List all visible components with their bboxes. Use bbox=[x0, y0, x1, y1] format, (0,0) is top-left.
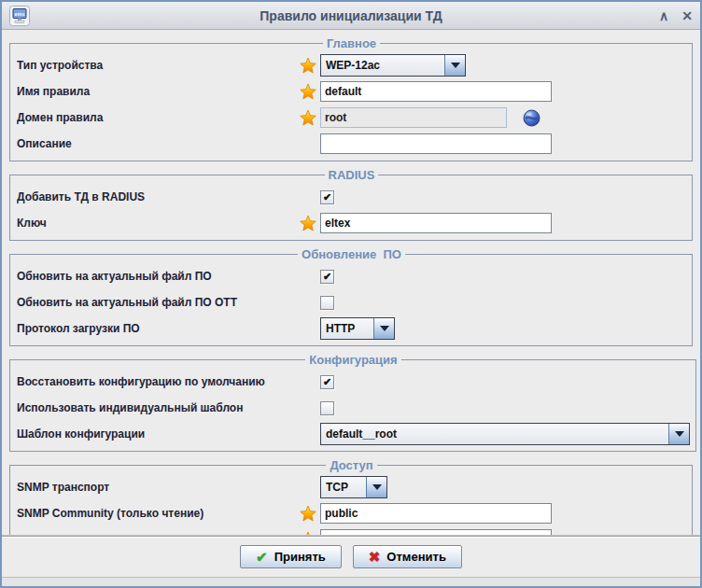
form-row-radius-key: Ключ bbox=[17, 210, 686, 236]
description-label: Описание bbox=[17, 137, 300, 150]
cancel-button-label: Отменить bbox=[386, 550, 446, 564]
radius-key-input[interactable] bbox=[320, 213, 552, 233]
form-row-rule-name: Имя правила bbox=[17, 78, 686, 105]
add-to-radius-checkbox[interactable]: ✔ bbox=[320, 190, 334, 204]
required-star-icon bbox=[300, 505, 316, 522]
form-row-update-firmware: Обновить на актуальный файл ПО ✔ bbox=[17, 263, 686, 289]
check-icon: ✔ bbox=[323, 272, 331, 282]
snmp-community-ro-input[interactable] bbox=[320, 503, 552, 524]
restore-default-config-checkbox[interactable]: ✔ bbox=[320, 375, 334, 389]
individual-template-label: Использовать индивидуальный шаблон bbox=[17, 401, 300, 414]
accept-button-label: Принять bbox=[274, 550, 326, 564]
description-input[interactable] bbox=[320, 133, 552, 154]
firmware-protocol-label: Протокол загрузки ПО bbox=[17, 322, 300, 335]
rule-domain-label: Домен правила bbox=[17, 111, 300, 124]
update-firmware-ott-label: Обновить на актуальный файл ПО ОТТ bbox=[17, 296, 300, 309]
close-button[interactable]: ✕ bbox=[681, 7, 693, 25]
form-row-individual-template: Использовать индивидуальный шаблон ✔ bbox=[17, 395, 690, 421]
section-radius-legend: RADIUS bbox=[325, 168, 379, 182]
rule-domain-input bbox=[320, 107, 507, 128]
check-icon: ✔ bbox=[323, 377, 331, 387]
form-row-restore-default-config: Восстановить конфигурацию по умолчанию ✔ bbox=[17, 369, 690, 395]
rule-name-label: Имя правила bbox=[17, 85, 300, 98]
device-type-label: Тип устройства bbox=[17, 59, 300, 72]
svg-text:ems: ems bbox=[14, 10, 24, 16]
section-main-legend: Главное bbox=[323, 36, 380, 50]
form-content: Главное Тип устройства WEP-12ac Имя прав… bbox=[2, 30, 700, 536]
firmware-protocol-select[interactable]: HTTP bbox=[320, 317, 395, 340]
cancel-button[interactable]: ✖ Отменить bbox=[353, 545, 462, 568]
check-icon: ✔ bbox=[256, 550, 268, 564]
update-firmware-label: Обновить на актуальный файл ПО bbox=[17, 270, 300, 283]
form-row-snmp-transport: SNMP транспорт TCP bbox=[17, 474, 686, 500]
window-title: Правило инициализации ТД bbox=[2, 8, 700, 23]
form-row-update-firmware-ott: Обновить на актуальный файл ПО ОТТ ✔ bbox=[17, 289, 686, 315]
required-star-icon bbox=[300, 57, 316, 74]
globe-icon bbox=[523, 109, 541, 127]
update-firmware-checkbox[interactable]: ✔ bbox=[320, 270, 334, 284]
section-configuration: Конфигурация Восстановить конфигурацию п… bbox=[9, 353, 696, 452]
form-row-snmp-community-ro: SNMP Community (только чтение) bbox=[17, 500, 686, 526]
form-row-description: Описание bbox=[17, 131, 686, 157]
button-bar: ✔ Принять ✖ Отменить bbox=[2, 536, 700, 577]
snmp-community-rw-input[interactable] bbox=[320, 529, 552, 536]
accept-button[interactable]: ✔ Принять bbox=[240, 545, 342, 568]
form-row-add-to-radius: Добавить ТД в RADIUS ✔ bbox=[17, 184, 686, 210]
dialog-window: ems Правило инициализации ТД ∧ ✕ Главное… bbox=[0, 0, 702, 588]
restore-default-config-label: Восстановить конфигурацию по умолчанию bbox=[17, 375, 300, 388]
ems-logo-icon: ems bbox=[9, 6, 30, 26]
chevron-down-icon bbox=[373, 318, 394, 339]
config-template-label: Шаблон конфигурации bbox=[17, 427, 300, 441]
form-row-snmp-community-rw: SNMP Community (чтение/запись) bbox=[17, 526, 686, 536]
window-bottom-edge bbox=[2, 577, 700, 586]
form-row-device-type: Тип устройства WEP-12ac bbox=[17, 52, 686, 78]
section-configuration-legend: Конфигурация bbox=[305, 353, 400, 367]
required-star-icon bbox=[300, 215, 316, 231]
form-row-firmware-protocol: Протокол загрузки ПО HTTP bbox=[17, 315, 686, 342]
section-main: Главное Тип устройства WEP-12ac Имя прав… bbox=[9, 36, 693, 161]
section-radius: RADIUS Добавить ТД в RADIUS ✔ Ключ bbox=[9, 168, 693, 241]
chevron-down-icon bbox=[444, 55, 465, 76]
use-individual-template-checkbox[interactable]: ✔ bbox=[320, 401, 334, 415]
chevron-down-icon bbox=[668, 424, 689, 444]
section-firmware-legend: Обновление ПО bbox=[298, 247, 405, 261]
snmp-transport-select[interactable]: TCP bbox=[320, 476, 387, 498]
titlebar[interactable]: ems Правило инициализации ТД ∧ ✕ bbox=[2, 2, 700, 30]
cross-icon: ✖ bbox=[369, 550, 381, 564]
device-type-select[interactable]: WEP-12ac bbox=[320, 54, 466, 77]
required-star-icon bbox=[300, 109, 316, 126]
update-firmware-ott-checkbox[interactable]: ✔ bbox=[320, 296, 334, 310]
config-template-select[interactable]: default__root bbox=[320, 423, 690, 445]
domain-picker-globe-button[interactable] bbox=[523, 109, 541, 127]
rule-name-input[interactable] bbox=[320, 81, 552, 102]
section-access: Доступ SNMP транспорт TCP SNMP Community… bbox=[9, 458, 693, 536]
snmp-transport-label: SNMP транспорт bbox=[17, 481, 300, 494]
collapse-button[interactable]: ∧ bbox=[659, 7, 668, 25]
required-star-icon bbox=[300, 83, 316, 100]
section-firmware-update: Обновление ПО Обновить на актуальный фай… bbox=[9, 247, 693, 346]
chevron-down-icon bbox=[366, 477, 386, 497]
radius-key-label: Ключ bbox=[17, 217, 300, 230]
add-to-radius-label: Добавить ТД в RADIUS bbox=[17, 190, 300, 203]
snmp-community-ro-label: SNMP Community (только чтение) bbox=[17, 507, 300, 520]
check-icon: ✔ bbox=[323, 192, 331, 203]
form-row-rule-domain: Домен правила bbox=[17, 105, 686, 131]
form-row-config-template: Шаблон конфигурации default__root bbox=[17, 421, 690, 447]
section-access-legend: Доступ bbox=[326, 458, 376, 472]
